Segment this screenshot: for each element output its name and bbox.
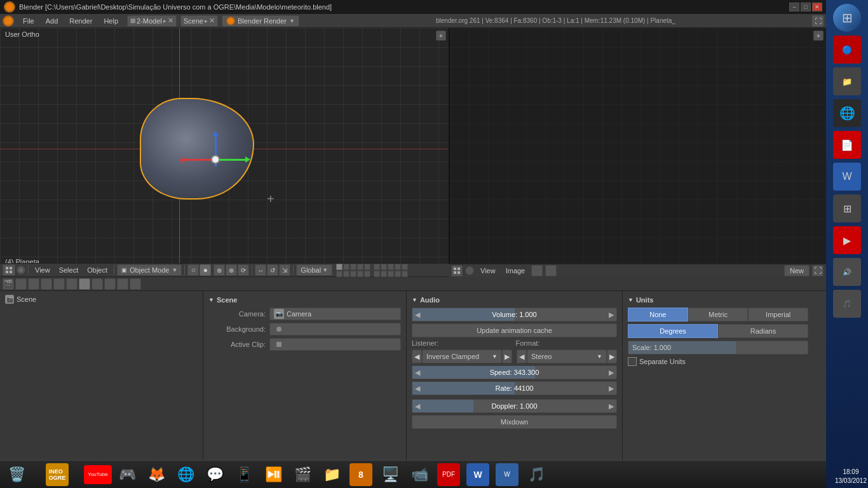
- layer-11[interactable]: [374, 264, 380, 270]
- format-dropdown[interactable]: Stereo ▼: [527, 349, 607, 363]
- listener-prev-btn[interactable]: ◀: [412, 349, 422, 363]
- viewport-3d[interactable]: User Ortho (4) Planeta_ +: [0, 28, 449, 269]
- taskbar-icon-1[interactable]: 🔵: [833, 36, 861, 64]
- background-field[interactable]: [269, 323, 401, 336]
- engine-selector[interactable]: Blender Render ▼: [222, 15, 299, 27]
- taskbar-word2[interactable]: W: [464, 462, 492, 487]
- taskbar-pdf2[interactable]: PDF: [435, 462, 463, 487]
- viewport-plus-btn[interactable]: +: [436, 30, 446, 41]
- layer-17[interactable]: [381, 271, 387, 277]
- layer-7[interactable]: [343, 271, 349, 277]
- minimize-button[interactable]: −: [789, 3, 799, 11]
- none-btn[interactable]: None: [628, 308, 688, 322]
- layer-6[interactable]: [336, 271, 342, 277]
- render-icon-btn[interactable]: [15, 278, 27, 290]
- taskbar-media[interactable]: ⏯️: [259, 462, 287, 487]
- move-btn[interactable]: ↔: [255, 264, 266, 276]
- scale-btn[interactable]: ⇲: [279, 264, 290, 276]
- layer-8[interactable]: [350, 271, 356, 277]
- menu-add[interactable]: Add: [41, 16, 64, 26]
- maximize-button[interactable]: □: [801, 3, 811, 11]
- camera-field[interactable]: 📷 Camera: [269, 308, 401, 320]
- phys-icon-btn[interactable]: [130, 278, 141, 290]
- tool-btn-2[interactable]: ⊗: [226, 264, 237, 276]
- taskbar-music[interactable]: 🎵: [522, 462, 550, 487]
- taskbar-folder[interactable]: 📁: [318, 462, 346, 487]
- volume-slider[interactable]: ◀ Volume: 1.000 ▶: [412, 308, 617, 322]
- toolbar-select[interactable]: Select: [55, 266, 83, 274]
- mat-icon-btn[interactable]: [92, 278, 103, 290]
- taskbar-icon-word[interactable]: W: [833, 163, 861, 191]
- taskbar-messenger[interactable]: 💬: [201, 462, 229, 487]
- imperial-btn[interactable]: Imperial: [748, 308, 808, 322]
- image-add-btn[interactable]: [545, 265, 557, 276]
- image-slot-icon[interactable]: [531, 265, 543, 276]
- taskbar-icon-chrome[interactable]: 🌐: [833, 99, 861, 127]
- layer-2[interactable]: [343, 264, 349, 270]
- update-cache-button[interactable]: Update animation cache: [412, 323, 617, 337]
- data-icon-btn[interactable]: [79, 278, 90, 290]
- part-icon-btn[interactable]: [117, 278, 128, 290]
- layer-12[interactable]: [381, 264, 387, 270]
- rate-right-arrow[interactable]: ▶: [606, 384, 616, 393]
- taskbar-word3[interactable]: W: [493, 462, 521, 487]
- taskbar-firefox[interactable]: 🦊: [142, 462, 170, 487]
- speed-slider[interactable]: ◀ Speed: 343.300 ▶: [412, 365, 617, 379]
- layer-4[interactable]: [357, 264, 363, 270]
- world-icon-btn[interactable]: [28, 278, 39, 290]
- scene-icon-btn[interactable]: 🎬: [3, 278, 14, 290]
- new-image-button[interactable]: New: [784, 265, 810, 276]
- taskbar-monitor[interactable]: 🖥️: [376, 462, 404, 487]
- viewport-right-plus-btn[interactable]: +: [813, 30, 824, 41]
- layer-9[interactable]: [357, 271, 363, 277]
- format-next-btn[interactable]: ▶: [607, 349, 617, 363]
- separate-units-checkbox[interactable]: [628, 357, 637, 366]
- modifier-icon-btn[interactable]: [66, 278, 78, 290]
- obj-icon-btn[interactable]: [41, 278, 52, 290]
- rate-left-arrow[interactable]: ◀: [412, 384, 423, 393]
- taskbar-icon-pdf[interactable]: 📄: [833, 131, 861, 159]
- menu-file[interactable]: File: [18, 16, 39, 26]
- taskbar-youtube[interactable]: YouTube: [84, 462, 112, 487]
- speed-left-arrow[interactable]: ◀: [412, 369, 423, 377]
- taskbar-app4[interactable]: 🎮: [113, 462, 141, 487]
- radians-btn[interactable]: Radians: [718, 324, 808, 338]
- taskbar-app8[interactable]: 📱: [230, 462, 258, 487]
- rate-slider[interactable]: ◀ Rate: 44100 ▶: [412, 381, 617, 395]
- degrees-btn[interactable]: Degrees: [628, 324, 718, 338]
- menu-help[interactable]: Help: [98, 16, 123, 26]
- taskbar-chrome[interactable]: 🌐: [172, 462, 200, 487]
- layer-10[interactable]: [364, 271, 370, 277]
- start-button[interactable]: ⊞: [833, 4, 861, 32]
- metric-btn[interactable]: Metric: [688, 308, 749, 322]
- menu-render[interactable]: Render: [64, 16, 97, 26]
- doppler-left-arrow[interactable]: ◀: [412, 402, 423, 410]
- layer-15[interactable]: [402, 264, 408, 270]
- scene-selector[interactable]: Scene ▸ ✕: [180, 15, 218, 27]
- volume-left-arrow[interactable]: ◀: [412, 311, 423, 319]
- image-view-toggle[interactable]: [451, 265, 463, 276]
- toolbar-object[interactable]: Object: [83, 266, 111, 274]
- taskbar-badge[interactable]: 8: [347, 462, 375, 487]
- taskbar-ineo[interactable]: INEOOGRE: [32, 462, 83, 487]
- scene-tree-item[interactable]: 🎬 Scene: [3, 294, 200, 305]
- rotate-btn[interactable]: ↺: [267, 264, 278, 276]
- layer-5[interactable]: [364, 264, 370, 270]
- toolbar-view[interactable]: View: [31, 266, 54, 274]
- layer-19[interactable]: [395, 271, 401, 277]
- layer-1[interactable]: [336, 264, 342, 270]
- taskbar-icon-5[interactable]: ⊞: [833, 194, 861, 222]
- taskbar-player[interactable]: 🎬: [288, 462, 316, 487]
- solid-btn[interactable]: ●: [200, 264, 211, 276]
- taskbar-icon-7[interactable]: 🔊: [833, 258, 861, 286]
- viewport-image-editor[interactable]: +: [449, 28, 826, 269]
- volume-right-arrow[interactable]: ▶: [606, 311, 616, 319]
- image-menu[interactable]: Image: [502, 267, 529, 274]
- lock-btn[interactable]: ○: [17, 266, 25, 274]
- mixdown-button[interactable]: Mixdown: [412, 415, 617, 429]
- taskbar-cam[interactable]: 📹: [405, 462, 433, 487]
- speed-right-arrow[interactable]: ▶: [606, 369, 616, 377]
- doppler-slider[interactable]: ◀ Doppler: 1.000 ▶: [412, 399, 617, 413]
- image-fullscreen-btn[interactable]: ⛶: [812, 265, 824, 276]
- taskbar-icon-8[interactable]: 🎵: [833, 290, 861, 318]
